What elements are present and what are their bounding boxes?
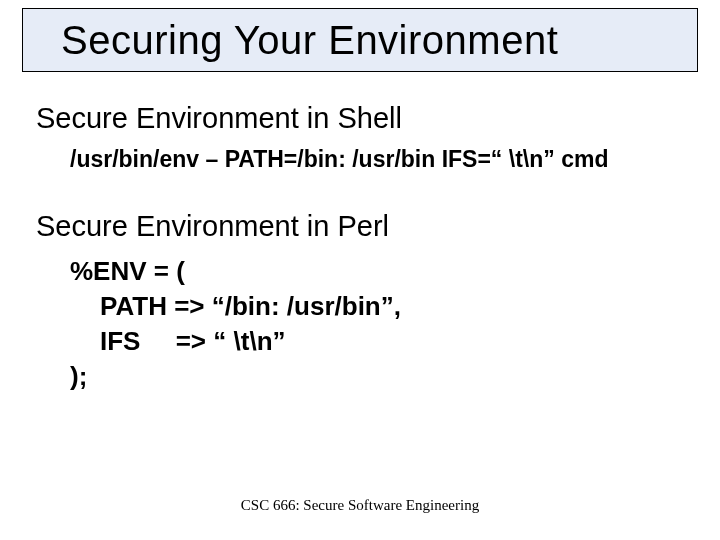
code-arrow: => — [174, 291, 204, 321]
section1-heading: Secure Environment in Shell — [36, 102, 402, 135]
slide-footer: CSC 666: Secure Software Engineering — [0, 497, 720, 514]
code-line-3: IFS => “ \t\n” — [70, 324, 401, 359]
code-line-4: ); — [70, 359, 401, 394]
code-key-ifs: IFS — [100, 326, 140, 356]
slide-title: Securing Your Environment — [61, 18, 558, 63]
shell-command: /usr/bin/env – PATH=/bin: /usr/bin IFS=“… — [70, 146, 608, 173]
code-arrow: => — [176, 324, 206, 359]
perl-code-block: %ENV = ( PATH => “/bin: /usr/bin”, IFS =… — [70, 254, 401, 394]
code-line-2: PATH => “/bin: /usr/bin”, — [70, 289, 401, 324]
section2-heading: Secure Environment in Perl — [36, 210, 389, 243]
code-val-ifs: “ \t\n” — [213, 326, 285, 356]
code-line-1: %ENV = ( — [70, 254, 401, 289]
code-key-path: PATH — [100, 291, 167, 321]
code-val-path: “/bin: /usr/bin”, — [212, 291, 401, 321]
title-box: Securing Your Environment — [22, 8, 698, 72]
slide: Securing Your Environment Secure Environ… — [0, 0, 720, 540]
